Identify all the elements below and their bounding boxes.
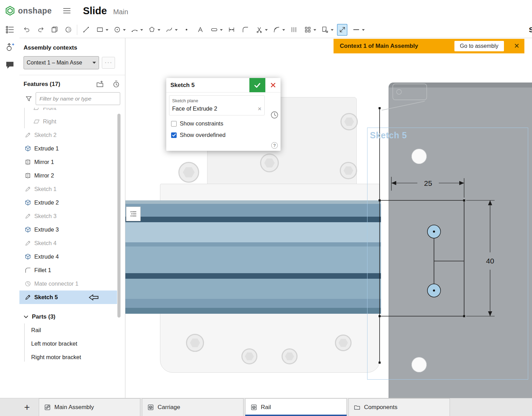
chevron-down-icon[interactable]: [265, 29, 268, 32]
offset-tool-button[interactable]: [271, 24, 282, 36]
feature-item-sketch1[interactable]: Sketch 1: [19, 182, 117, 196]
plane-icon: [33, 108, 40, 111]
chevron-down-icon[interactable]: [106, 29, 108, 32]
feature-item-extrude1[interactable]: Extrude 1: [19, 142, 117, 155]
tab-components[interactable]: Components: [348, 398, 450, 416]
chevron-down-icon[interactable]: [158, 29, 160, 32]
line-style-button[interactable]: [351, 24, 361, 36]
export-dxf-button[interactable]: [320, 24, 330, 36]
show-constraints-label: Show constraints: [180, 120, 223, 127]
feature-list-scrollbar[interactable]: [117, 114, 121, 318]
banner-close-icon[interactable]: [513, 42, 520, 49]
clear-selection-icon[interactable]: ×: [258, 105, 261, 112]
feature-item-extrude2[interactable]: Extrude 2: [19, 196, 117, 209]
arc-tool-button[interactable]: [129, 24, 140, 36]
circle-tool-group: [112, 24, 126, 36]
feature-item-sketch2[interactable]: Sketch 2: [19, 128, 117, 142]
feature-item-extrude3[interactable]: Extrude 3: [19, 223, 117, 236]
chevron-down-icon[interactable]: [123, 29, 126, 32]
circle-tool-button[interactable]: [112, 24, 122, 36]
chevron-down-icon[interactable]: [313, 29, 316, 32]
feature-item-sketch3[interactable]: Sketch 3: [19, 209, 117, 223]
cancel-x-button[interactable]: [265, 78, 281, 92]
text-tool-button[interactable]: [195, 24, 205, 36]
feature-item-mirror2[interactable]: Mirror 2: [19, 169, 117, 182]
sketch-fillet-button[interactable]: [240, 24, 250, 36]
assembly-icon: [44, 404, 51, 411]
feature-tree-toggle-button[interactable]: [5, 25, 15, 34]
tab-carriage[interactable]: Carriage: [142, 398, 243, 416]
rectangle-tool-button[interactable]: [95, 24, 105, 36]
chevron-down-icon[interactable]: [362, 29, 365, 32]
graphics-viewport[interactable]: 25 40 Sketch 5 Context 1 of Main Assembl…: [125, 38, 532, 398]
context-more-button[interactable]: • • •: [102, 57, 115, 69]
pattern-tool-button[interactable]: [302, 24, 313, 36]
polygon-tool-button[interactable]: [147, 24, 157, 36]
show-constraints-option[interactable]: Show constraints: [171, 120, 278, 127]
feature-item-mate-connector1[interactable]: Mate connector 1: [19, 277, 117, 291]
point-tool-button[interactable]: [181, 24, 192, 36]
chevron-down-icon[interactable]: [331, 29, 334, 32]
feature-item-front[interactable]: Front: [19, 108, 117, 115]
tab-main-assembly[interactable]: Main Assembly: [39, 398, 140, 416]
slot-tool-button[interactable]: [209, 24, 219, 36]
comment-icon[interactable]: [5, 60, 15, 70]
plane-icon: [33, 118, 40, 125]
show-constraints-checkbox[interactable]: [171, 121, 177, 127]
mate-connector-icon: [25, 280, 31, 287]
workspace-name[interactable]: Main: [113, 6, 128, 16]
feature-item-mirror1[interactable]: Mirror 1: [19, 155, 117, 169]
pattern-tool-group: [302, 24, 316, 36]
feature-item-extrude4[interactable]: Extrude 4: [19, 250, 117, 263]
mate-connector-clock-icon[interactable]: [270, 111, 279, 119]
part-item-right-motor-bracket[interactable]: Right motor bracket: [19, 350, 125, 364]
tab-rail[interactable]: Rail: [245, 398, 347, 416]
confirm-check-button[interactable]: [249, 78, 265, 92]
sketch-rectangle[interactable]: [380, 200, 464, 316]
line-tool-button[interactable]: [81, 24, 91, 36]
go-to-assembly-button[interactable]: Go to assembly: [454, 41, 504, 51]
chevron-down-icon[interactable]: [140, 29, 143, 32]
trim-tool-button[interactable]: [254, 24, 264, 36]
dimension-25-label[interactable]: 25: [424, 179, 432, 187]
assembly-contexts-title: Assembly contexts: [19, 38, 125, 51]
dimension-40-label[interactable]: 40: [486, 257, 494, 265]
main-menu-button[interactable]: [61, 5, 72, 17]
part-item-rail[interactable]: Rail: [19, 323, 125, 337]
mate-connector-add-button[interactable]: [5, 43, 15, 52]
parts-header[interactable]: Parts (3): [19, 312, 125, 322]
help-icon[interactable]: ?: [271, 142, 278, 149]
history-icon[interactable]: [112, 80, 120, 88]
onshape-logo[interactable]: onshape: [5, 6, 52, 16]
feature-filter-input[interactable]: [36, 92, 120, 105]
rollback-bar-arrow-icon[interactable]: [89, 294, 99, 301]
constraint-tool-button[interactable]: [289, 24, 299, 36]
undo-button[interactable]: [21, 24, 32, 36]
feature-list-flyout-button[interactable]: [126, 207, 141, 221]
sketch-icon: [25, 240, 31, 246]
sketch-plane-value[interactable]: Face of Extrude 2: [172, 105, 258, 112]
feature-item-sketch5[interactable]: Sketch 5: [19, 291, 117, 304]
chevron-down-icon[interactable]: [175, 29, 178, 32]
assembly-context-select[interactable]: Context 1 – Main Asse: [24, 56, 99, 69]
show-overdefined-checkbox[interactable]: [171, 132, 177, 138]
feature-item-right[interactable]: Right: [19, 115, 117, 128]
feature-item-fillet1[interactable]: Fillet 1: [19, 263, 117, 277]
redo-button[interactable]: [35, 24, 46, 36]
show-overdefined-option[interactable]: Show overdefined: [171, 132, 278, 138]
polygon-tool-group: [147, 24, 160, 36]
part-item-left-motor-bracket[interactable]: Left motor bracket: [19, 337, 125, 350]
plate-notch: [382, 84, 427, 110]
part-label: Right motor bracket: [31, 354, 81, 361]
insert-image-button[interactable]: [63, 24, 73, 36]
dimension-tool-button[interactable]: [226, 24, 237, 36]
copy-sketch-button[interactable]: [49, 24, 60, 36]
chevron-down-icon[interactable]: [282, 29, 285, 32]
chevron-down-icon[interactable]: [220, 29, 223, 32]
measure-tool-button[interactable]: [337, 24, 347, 36]
new-folder-icon[interactable]: [96, 80, 104, 88]
folder-icon: [354, 404, 361, 411]
feature-item-sketch4[interactable]: Sketch 4: [19, 236, 117, 250]
new-tab-button[interactable]: +: [19, 398, 35, 416]
spline-tool-button[interactable]: [164, 24, 174, 36]
